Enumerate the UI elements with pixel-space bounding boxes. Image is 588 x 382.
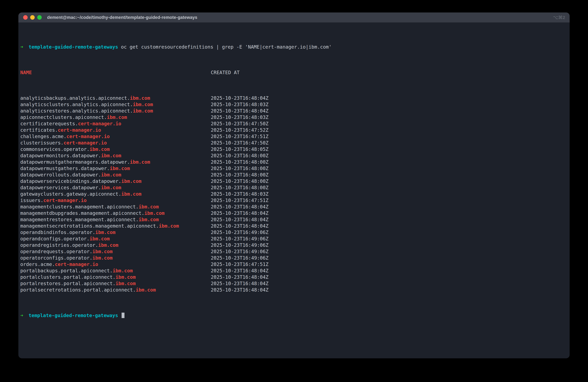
crd-row: certificaterequests.cert-manager.io2025-… [20, 121, 568, 127]
crd-created-at: 2025-10-23T16:47:52Z [211, 127, 269, 133]
grep-match: ibm.com [101, 185, 121, 190]
crd-name: certificaterequests.cert-manager.io [20, 121, 211, 127]
grep-match: ibm.com [89, 236, 110, 241]
crd-output-rows: analyticsbackups.analytics.apiconnect.ib… [20, 95, 568, 293]
crd-name: datapowerservices.datapower.ibm.com [20, 184, 211, 191]
crd-created-at: 2025-10-23T16:48:00Z [211, 153, 269, 158]
crd-name: certificates.cert-manager.io [20, 127, 211, 133]
grep-match: ibm.com [121, 191, 141, 197]
crd-created-at: 2025-10-23T16:48:05Z [211, 147, 269, 152]
prompt-arrow-icon: ➜ [20, 313, 23, 318]
crd-created-at: 2025-10-23T16:48:04Z [211, 204, 269, 210]
output-header-row: NAMECREATED AT [20, 69, 568, 76]
crd-created-at: 2025-10-23T16:48:00Z [211, 166, 269, 171]
header-name: NAME [20, 70, 32, 75]
grep-match: ibm.com [116, 274, 136, 280]
crd-name: portalrestores.portal.apiconnect.ibm.com [20, 280, 211, 287]
grep-match: ibm.com [133, 108, 153, 114]
crd-name: challenges.acme.cert-manager.io [20, 133, 211, 140]
crd-created-at: 2025-10-23T16:48:04Z [211, 268, 269, 274]
crd-name: operandrequests.operator.ibm.com [20, 248, 211, 255]
zoom-button[interactable] [37, 15, 42, 20]
window-shortcut-hint: ⌥⌘2 [553, 15, 565, 20]
crd-name: datapowermustgathermanagers.datapower.ib… [20, 159, 211, 165]
crd-created-at: 2025-10-23T16:47:51Z [211, 198, 269, 203]
grep-match: ibm.com [159, 223, 179, 229]
grep-match: cert-manager.io [78, 121, 121, 127]
crd-row: operandrequests.operator.ibm.com2025-10-… [20, 248, 568, 255]
terminal-content[interactable]: ➜template-guided-remote-gatewaysoc get c… [18, 23, 570, 338]
minimize-button[interactable] [30, 15, 35, 20]
crd-row: issuers.cert-manager.io2025-10-23T16:47:… [20, 197, 568, 204]
crd-row: operandbindinfos.operator.ibm.com2025-10… [20, 229, 568, 235]
crd-created-at: 2025-10-23T16:48:04Z [211, 217, 269, 222]
grep-match: ibm.com [89, 147, 110, 152]
crd-name: operatorconfigs.operator.ibm.com [20, 255, 211, 261]
crd-row: analyticsrestores.analytics.apiconnect.i… [20, 108, 568, 114]
grep-match: ibm.com [139, 217, 159, 222]
crd-created-at: 2025-10-23T16:49:06Z [211, 242, 269, 248]
grep-match: ibm.com [121, 178, 141, 184]
grep-match: ibm.com [116, 281, 136, 286]
crd-row: commonservices.operator.ibm.com2025-10-2… [20, 146, 568, 152]
crd-name: portalsecretrotations.portal.apiconnect.… [20, 287, 211, 293]
crd-created-at: 2025-10-23T16:48:00Z [211, 185, 269, 190]
crd-name: analyticsrestores.analytics.apiconnect.i… [20, 108, 211, 114]
crd-created-at: 2025-10-23T16:49:06Z [211, 230, 269, 235]
text-cursor[interactable] [122, 313, 125, 318]
prompt-arrow-icon: ➜ [20, 44, 23, 50]
close-button[interactable] [23, 15, 28, 20]
grep-match: cert-manager.io [63, 140, 107, 146]
grep-match: ibm.com [92, 249, 113, 254]
crd-name: datapowermustgathers.datapower.ibm.com [20, 165, 211, 172]
crd-row: datapowermustgathers.datapower.ibm.com20… [20, 165, 568, 172]
titlebar[interactable]: dement@mac:~/code/timothy-dement/templat… [18, 12, 570, 23]
crd-created-at: 2025-10-23T16:48:04Z [211, 281, 269, 286]
grep-match: ibm.com [101, 172, 121, 178]
grep-match: ibm.com [110, 166, 130, 171]
command-line: ➜template-guided-remote-gatewaysoc get c… [20, 44, 568, 50]
crd-row: managementrestores.management.apiconnect… [20, 216, 568, 223]
grep-match: ibm.com [145, 210, 165, 216]
crd-name: apiconnectclusters.apiconnect.ibm.com [20, 114, 211, 121]
crd-created-at: 2025-10-23T16:49:06Z [211, 255, 269, 261]
grep-match: ibm.com [113, 268, 133, 274]
prompt-directory: template-guided-remote-gateways [29, 313, 118, 318]
crd-name: managementrestores.management.apiconnect… [20, 216, 211, 223]
current-prompt-line: ➜template-guided-remote-gateways [20, 312, 568, 319]
crd-created-at: 2025-10-23T16:48:00Z [211, 178, 269, 184]
crd-name: managementsecretrotations.management.api… [20, 223, 211, 229]
crd-name: portalbackups.portal.apiconnect.ibm.com [20, 268, 211, 274]
traffic-lights [23, 15, 42, 20]
crd-row: operandregistries.operator.ibm.com2025-1… [20, 242, 568, 248]
crd-created-at: 2025-10-23T16:47:51Z [211, 134, 269, 139]
crd-name: datapowermonitors.datapower.ibm.com [20, 152, 211, 159]
crd-created-at: 2025-10-23T16:48:04Z [211, 210, 269, 216]
crd-row: datapowerrollouts.datapower.ibm.com2025-… [20, 172, 568, 178]
crd-created-at: 2025-10-23T16:48:04Z [211, 274, 269, 280]
crd-name: analyticsclusters.analytics.apiconnect.i… [20, 101, 211, 108]
crd-row: datapowerservicebindings.datapower.ibm.c… [20, 178, 568, 184]
crd-created-at: 2025-10-23T16:48:04Z [211, 223, 269, 229]
crd-created-at: 2025-10-23T16:48:04Z [211, 95, 269, 101]
crd-name: commonservices.operator.ibm.com [20, 146, 211, 152]
grep-match: ibm.com [107, 114, 127, 120]
grep-match: ibm.com [101, 153, 121, 158]
crd-created-at: 2025-10-23T16:48:00Z [211, 172, 269, 178]
crd-row: analyticsbackups.analytics.apiconnect.ib… [20, 95, 568, 101]
command-text: oc get customresourcedefinitions | grep … [121, 44, 332, 50]
crd-row: clusterissuers.cert-manager.io2025-10-23… [20, 140, 568, 146]
crd-row: gatewayclusters.gateway.apiconnect.ibm.c… [20, 191, 568, 197]
grep-match: ibm.com [136, 287, 156, 293]
crd-row: managementsecretrotations.management.api… [20, 223, 568, 229]
crd-row: certificates.cert-manager.io2025-10-23T1… [20, 127, 568, 133]
crd-row: managementdbupgrades.management.apiconne… [20, 210, 568, 216]
crd-name: operandbindinfos.operator.ibm.com [20, 229, 211, 235]
crd-created-at: 2025-10-23T16:47:50Z [211, 121, 269, 127]
crd-row: orders.acme.cert-manager.io2025-10-23T16… [20, 261, 568, 268]
crd-row: datapowerservices.datapower.ibm.com2025-… [20, 184, 568, 191]
crd-created-at: 2025-10-23T16:48:00Z [211, 159, 269, 165]
crd-created-at: 2025-10-23T16:49:06Z [211, 236, 269, 241]
crd-name: orders.acme.cert-manager.io [20, 261, 211, 268]
crd-row: managementclusters.management.apiconnect… [20, 204, 568, 210]
